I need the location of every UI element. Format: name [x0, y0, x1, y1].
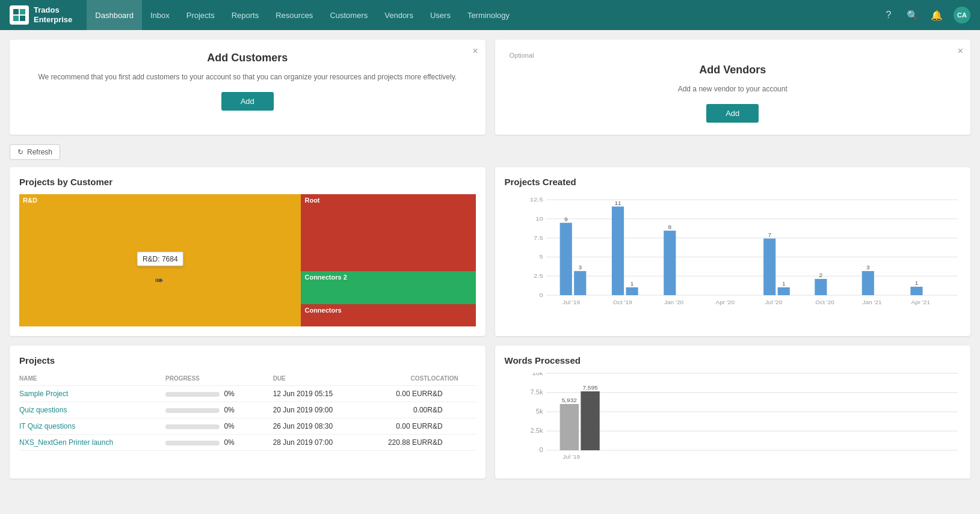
svg-text:7.5: 7.5: [534, 234, 543, 240]
col-name: NAME: [19, 373, 165, 386]
brand: Trados Enterprise: [10, 5, 72, 25]
svg-rect-1: [20, 9, 25, 14]
projects-section-title: Projects: [19, 355, 476, 366]
svg-text:Jul '19: Jul '19: [562, 300, 580, 305]
project-location: R&D: [427, 418, 475, 435]
nav-resources[interactable]: Resources: [267, 0, 321, 30]
words-chart-svg: 0 2.5k 5k 7.5k 10k 5,932 7,595 Jul '19: [523, 373, 961, 463]
project-progress: 0%: [165, 386, 273, 402]
svg-text:9: 9: [564, 217, 567, 222]
project-location: R&D: [427, 435, 475, 451]
svg-text:3: 3: [578, 265, 582, 271]
svg-text:Apr '20: Apr '20: [715, 300, 735, 305]
svg-text:1: 1: [781, 281, 785, 287]
add-vendors-button[interactable]: Add: [706, 104, 759, 123]
project-name[interactable]: Quiz questions: [19, 402, 165, 418]
col-cost: COST: [366, 373, 427, 386]
refresh-button[interactable]: ↻ Refresh: [10, 144, 60, 160]
nav-vendors[interactable]: Vendors: [376, 0, 422, 30]
svg-text:7.5k: 7.5k: [530, 389, 543, 396]
projects-table-panel: Projects NAME PROGRESS DUE COST LOCATION…: [10, 346, 485, 479]
add-vendors-close[interactable]: ×: [958, 46, 963, 57]
add-vendors-title: Add Vendors: [510, 64, 957, 76]
treemap-right: Root Connectors 2 Connectors: [301, 194, 475, 326]
project-location: R&D: [427, 386, 475, 402]
project-name[interactable]: NXS_NextGen Printer launch: [19, 435, 165, 451]
projects-created-title: Projects Created: [505, 177, 961, 187]
svg-text:2.5: 2.5: [534, 273, 543, 279]
project-due: 28 Jun 2019 07:00: [273, 435, 366, 451]
table-row: IT Quiz questions 0% 26 Jun 2019 08:30 0…: [19, 418, 476, 435]
svg-rect-2: [13, 16, 19, 21]
bell-icon[interactable]: 🔔: [929, 8, 944, 22]
svg-text:10k: 10k: [532, 373, 543, 376]
svg-rect-26: [664, 231, 676, 295]
col-progress: PROGRESS: [165, 373, 273, 386]
search-icon[interactable]: 🔍: [905, 8, 920, 22]
nav-links: Dashboard Inbox Projects Reports Resourc…: [87, 0, 881, 30]
svg-text:0: 0: [539, 447, 543, 453]
project-link[interactable]: NXS_NextGen Printer launch: [19, 438, 113, 447]
treemap-connectors[interactable]: Connectors: [301, 304, 475, 326]
treemap-tooltip: R&D: 7684: [137, 252, 183, 266]
svg-rect-23: [626, 287, 638, 295]
svg-text:2.5k: 2.5k: [530, 427, 543, 434]
project-due: 26 Jun 2019 08:30: [273, 418, 366, 435]
treemap-root[interactable]: Root: [301, 194, 475, 271]
treemap[interactable]: R&D R&D: 7684 ➠ Root Connectors 2 Connec…: [19, 194, 476, 326]
progress-value: 0%: [224, 390, 234, 398]
svg-text:7: 7: [768, 233, 771, 238]
avatar[interactable]: CA: [954, 7, 970, 23]
svg-text:Oct '20: Oct '20: [815, 300, 834, 305]
nav-users[interactable]: Users: [422, 0, 459, 30]
project-cost: 0.00: [366, 402, 427, 418]
svg-rect-56: [581, 391, 599, 450]
svg-text:3: 3: [866, 265, 870, 271]
add-vendors-optional: Optional: [510, 52, 957, 59]
svg-rect-16: [559, 223, 572, 295]
projects-created-panel: Projects Created 0 2.5 5 7.5 10 12.5: [495, 167, 971, 336]
nav-dashboard[interactable]: Dashboard: [87, 0, 142, 30]
projects-by-customer-panel: Projects by Customer R&D R&D: 7684 ➠ Roo…: [10, 167, 485, 336]
col-location: LOCATION: [427, 373, 475, 386]
navbar: Trados Enterprise Dashboard Inbox Projec…: [0, 0, 980, 30]
svg-text:7,595: 7,595: [582, 385, 597, 391]
svg-text:5: 5: [539, 254, 543, 260]
nav-reports[interactable]: Reports: [223, 0, 268, 30]
main-content: × Add Customers We recommend that you fi…: [0, 30, 980, 488]
svg-text:1: 1: [914, 281, 918, 286]
project-name[interactable]: IT Quiz questions: [19, 418, 165, 435]
cursor-icon: ➠: [155, 274, 164, 287]
nav-terminology[interactable]: Terminology: [459, 0, 518, 30]
treemap-rd[interactable]: R&D R&D: 7684 ➠: [19, 194, 301, 326]
treemap-connectors2[interactable]: Connectors 2: [301, 271, 475, 304]
svg-text:Oct '19: Oct '19: [613, 300, 632, 305]
svg-rect-35: [815, 279, 827, 295]
refresh-bar: ↻ Refresh: [10, 144, 970, 160]
nav-projects[interactable]: Projects: [178, 0, 223, 30]
project-due: 12 Jun 2019 05:15: [273, 386, 366, 402]
treemap-rd-label: R&D: [23, 197, 37, 204]
add-customers-close[interactable]: ×: [472, 46, 478, 57]
add-customers-title: Add Customers: [24, 52, 471, 64]
svg-text:Jul '19: Jul '19: [562, 454, 580, 460]
treemap-connectors2-label: Connectors 2: [304, 274, 347, 281]
svg-text:10: 10: [535, 216, 543, 222]
progress-value: 0%: [224, 406, 234, 414]
svg-rect-32: [777, 287, 789, 295]
svg-text:8: 8: [668, 225, 671, 230]
project-due: 20 Jun 2019 09:00: [273, 402, 366, 418]
add-customers-button[interactable]: Add: [221, 92, 274, 111]
progress-value: 0%: [224, 422, 234, 430]
col-due: DUE: [273, 373, 366, 386]
nav-inbox[interactable]: Inbox: [142, 0, 178, 30]
progress-bar-wrap: [165, 392, 220, 397]
nav-customers[interactable]: Customers: [321, 0, 376, 30]
treemap-sub: Connectors 2 Connectors: [301, 271, 475, 326]
project-link[interactable]: Sample Project: [19, 390, 68, 398]
help-icon[interactable]: ?: [881, 8, 896, 22]
project-name[interactable]: Sample Project: [19, 386, 165, 402]
svg-text:11: 11: [614, 200, 621, 206]
project-link[interactable]: IT Quiz questions: [19, 422, 75, 430]
project-link[interactable]: Quiz questions: [19, 406, 67, 414]
